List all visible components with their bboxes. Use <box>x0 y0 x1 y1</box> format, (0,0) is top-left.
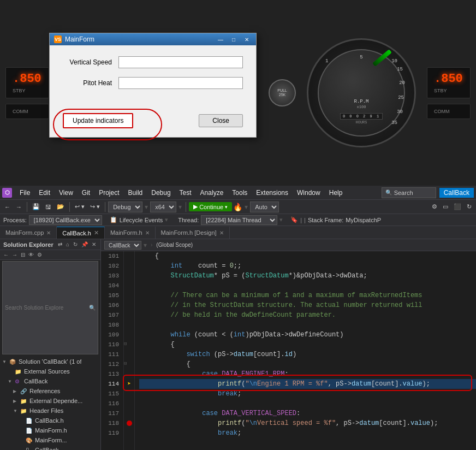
gutter-117 <box>124 408 134 418</box>
menu-extensions[interactable]: Extensions <box>252 188 293 198</box>
tab-mainform-design[interactable]: MainForm.h [Design] ✕ <box>156 227 230 239</box>
tab-label-mainform-design: MainForm.h [Design] <box>161 229 217 236</box>
tree-mainform-designer[interactable]: 🎨 MainForm... <box>0 435 100 445</box>
solution-search-input[interactable] <box>5 305 89 311</box>
debug-config-dropdown[interactable]: Debug <box>108 202 142 212</box>
toolbar-sep-2 <box>69 202 70 212</box>
gutter-111 <box>124 350 134 359</box>
toolbar-undo[interactable]: ↩ ▾ <box>73 202 87 211</box>
tab-mainform-cpp[interactable]: MainForm.cpp ✕ <box>0 227 57 239</box>
se-back-button[interactable]: ← <box>2 251 10 258</box>
menu-build[interactable]: Build <box>124 188 147 198</box>
tab-close-mainform-cpp[interactable]: ✕ <box>46 230 51 236</box>
toolbar-more-2[interactable]: ▭ <box>441 202 450 211</box>
gutter-118 <box>124 418 134 428</box>
tree-solution[interactable]: ▼ 📦 Solution 'CallBack' (1 of <box>0 357 100 366</box>
toolbar-save[interactable]: 💾 <box>30 202 42 211</box>
update-indicators-button[interactable]: Update indicators <box>63 113 133 128</box>
menu-help[interactable]: Help <box>325 188 347 198</box>
se-refresh-button[interactable]: ↻ <box>72 241 79 248</box>
label-ext-deps: External Depende... <box>29 398 82 404</box>
ln-101: 101 <box>105 251 119 261</box>
tab-mainform-h[interactable]: MainForm.h ✕ <box>105 227 156 239</box>
tree-references[interactable]: ▶ 🔗 References <box>0 386 100 396</box>
toolbar-more-1[interactable]: ⚙ <box>430 202 439 211</box>
thread-dropdown[interactable]: [22284] Main Thread <box>201 215 277 225</box>
label-callback: CallBack <box>24 378 47 384</box>
se-pin-button[interactable]: 📌 <box>80 241 89 248</box>
tree-callback-rc[interactable]: {} CallBack... <box>0 445 100 450</box>
tab-close-mainform-h[interactable]: ✕ <box>145 230 150 236</box>
menu-debug[interactable]: Debug <box>147 188 175 198</box>
close-dialog-button[interactable]: Close <box>199 114 243 127</box>
se-properties-button[interactable]: ⚙ <box>36 251 43 258</box>
dialog-close-button[interactable]: ✕ <box>242 35 252 43</box>
icon-cb-h: 📄 <box>26 418 33 424</box>
toolbar-redo[interactable]: ↪ ▾ <box>88 202 102 211</box>
tree-ext-deps[interactable]: ▶ 📁 External Depende... <box>0 396 100 406</box>
menu-git[interactable]: Git <box>78 188 94 198</box>
se-show-all-button[interactable]: 👁 <box>27 251 35 258</box>
tab-callback-h[interactable]: CallBack.h ✕ <box>57 227 105 239</box>
ln-108: 108 <box>105 320 119 330</box>
se-forward-button[interactable]: → <box>11 251 19 258</box>
gutter-115 <box>124 389 134 399</box>
toolbar-sep-1 <box>27 202 27 212</box>
menu-file[interactable]: File <box>15 188 34 198</box>
minimize-button[interactable]: — <box>216 35 225 43</box>
menu-edit[interactable]: Edit <box>34 188 55 198</box>
se-close-button[interactable]: ✕ <box>91 241 97 248</box>
code-line-107: // be held in the dwDefineCount paramete… <box>139 310 476 320</box>
menu-tools[interactable]: Tools <box>228 188 252 198</box>
se-home-button[interactable]: ⌂ <box>65 241 70 248</box>
toolbar-save-all[interactable]: 🖫 <box>43 203 53 211</box>
auto-dropdown[interactable]: Auto <box>250 202 279 212</box>
current-line-arrow: ➤ <box>127 380 131 389</box>
tree-external-sources[interactable]: 📁 External Sources <box>0 366 100 376</box>
namespace-dropdown[interactable]: CallBack <box>104 241 141 250</box>
continue-label: Continue <box>199 204 223 210</box>
toolbar-more-3[interactable]: ⬛ <box>451 202 463 211</box>
process-dropdown[interactable]: [18920] CallBack.exe <box>29 215 102 225</box>
radio-panel-comm2: COMM <box>427 104 471 119</box>
radio-panel-1: .850 STBY <box>5 67 49 98</box>
toolbar-sep-4 <box>186 202 186 212</box>
solution-explorer-header: Solution Explorer ⇄ ⌂ ↻ 📌 ✕ <box>0 239 100 250</box>
ln-111: 111 <box>105 350 119 359</box>
icon-cb-rc: {} <box>26 447 33 451</box>
menu-project[interactable]: Project <box>94 188 123 198</box>
menu-window[interactable]: Window <box>293 188 325 198</box>
toolbar-open[interactable]: 📂 <box>55 202 67 211</box>
code-line-105: // There can be a minimum of 1 and a max… <box>139 291 476 300</box>
solution-search[interactable]: 🔍 <box>2 261 98 354</box>
icon-references: 🔗 <box>20 388 28 394</box>
code-editor[interactable]: 101 102 103 104 105 106 107 108 109 110 … <box>101 251 476 450</box>
search-bar[interactable]: 🔍 Search <box>382 187 436 198</box>
menu-test[interactable]: Test <box>175 188 196 198</box>
code-line-110: { <box>139 340 476 350</box>
code-line-116 <box>139 399 476 408</box>
ln-106: 106 <box>105 300 119 310</box>
tab-close-mainform-design[interactable]: ✕ <box>219 230 224 236</box>
gutter-103 <box>124 271 134 281</box>
vertical-speed-input[interactable] <box>118 56 243 68</box>
se-sync-button[interactable]: ⇄ <box>57 241 63 248</box>
maximize-button[interactable]: □ <box>229 35 239 43</box>
toolbar-back[interactable]: ← <box>2 203 13 211</box>
tree-mainform-h[interactable]: 📄 MainForm.h <box>0 425 100 435</box>
code-line-111: switch (pS->datum[count].id) <box>139 350 476 359</box>
toolbar-forward[interactable]: → <box>14 203 24 211</box>
continue-button[interactable]: ▶ Continue ▾ <box>189 202 232 211</box>
tree-header-files[interactable]: ▼ 📁 Header Files <box>0 406 100 416</box>
chevron-icon: ▾ <box>225 204 228 210</box>
tree-callback-project[interactable]: ▼ ⚙ CallBack <box>0 376 100 386</box>
menu-view[interactable]: View <box>55 188 78 198</box>
pitot-heat-input[interactable] <box>118 77 243 89</box>
menu-analyze[interactable]: Analyze <box>196 188 228 198</box>
toolbar-more-4[interactable]: ↻ <box>465 202 474 211</box>
platform-dropdown[interactable]: x64 <box>150 202 176 212</box>
se-collapse-button[interactable]: ⊟ <box>20 251 26 258</box>
code-line-117: case DATA_VERTICAL_SPEED: <box>139 408 476 418</box>
code-content[interactable]: { int count = 0;; StructDatum* pS = (Str… <box>135 251 476 450</box>
tree-callback-h[interactable]: 📄 CallBack.h <box>0 416 100 425</box>
